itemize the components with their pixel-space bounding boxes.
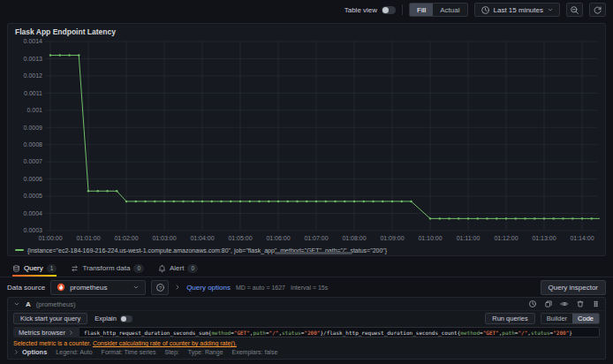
svg-text:01:12:00: 01:12:00 bbox=[494, 235, 518, 241]
datasource-label: Data source bbox=[7, 284, 45, 292]
option-summary-item: Step: bbox=[164, 349, 178, 355]
svg-text:01:05:00: 01:05:00 bbox=[228, 235, 252, 241]
kick-start-query-button[interactable]: Kick start your query bbox=[13, 313, 87, 324]
grafana-panel-editor: Table view Fill Actual Last 15 minutes bbox=[0, 0, 613, 360]
svg-text:0.0004: 0.0004 bbox=[24, 210, 43, 216]
table-view-group: Table view bbox=[344, 6, 396, 14]
tab-query-count: 1 bbox=[47, 264, 57, 273]
question-circle-icon: ? bbox=[155, 283, 165, 292]
chevron-right-icon bbox=[13, 349, 19, 355]
legend-scrollbar[interactable] bbox=[275, 252, 352, 254]
zoom-out-button[interactable] bbox=[566, 3, 583, 17]
svg-text:01:08:00: 01:08:00 bbox=[342, 235, 366, 241]
chevron-down-icon bbox=[547, 6, 554, 13]
query-toolbar: Kick start your query Explain Run querie… bbox=[8, 311, 605, 326]
svg-text:01:02:00: 01:02:00 bbox=[114, 235, 138, 241]
chevron-down-icon bbox=[132, 284, 140, 291]
query-editor: A (prometheus) Kic bbox=[7, 297, 606, 360]
svg-text:01:14:00: 01:14:00 bbox=[570, 235, 594, 241]
tab-alert[interactable]: Alert 0 bbox=[158, 260, 198, 277]
svg-text:0.0007: 0.0007 bbox=[24, 158, 43, 164]
history-icon[interactable] bbox=[528, 300, 537, 308]
svg-text:01:04:00: 01:04:00 bbox=[190, 235, 214, 241]
editor-mode-group: Builder Code bbox=[541, 313, 600, 324]
svg-text:0.0013: 0.0013 bbox=[24, 56, 43, 62]
duplicate-icon[interactable] bbox=[544, 300, 553, 308]
table-view-toggle[interactable] bbox=[382, 6, 396, 14]
svg-text:01:09:00: 01:09:00 bbox=[380, 235, 404, 241]
warning-rate-link[interactable]: Consider calculating rate of counter by … bbox=[93, 340, 237, 346]
tab-alert-count: 0 bbox=[187, 264, 198, 273]
svg-text:0.001: 0.001 bbox=[26, 107, 42, 113]
bell-icon bbox=[158, 264, 166, 273]
panel-title[interactable]: Flask App Endpoint Latency bbox=[13, 26, 600, 38]
svg-text:?: ? bbox=[159, 284, 162, 290]
query-options-link[interactable]: Query options bbox=[186, 284, 231, 292]
query-inspector-button[interactable]: Query inspector bbox=[541, 280, 606, 295]
warning-text: Selected metric is a counter. bbox=[13, 340, 91, 346]
code-mode-button[interactable]: Code bbox=[572, 314, 599, 323]
topbar-divider bbox=[402, 4, 403, 15]
tab-transform-data[interactable]: Transform data 0 bbox=[71, 260, 144, 277]
metrics-browser-button[interactable]: Metrics browser bbox=[13, 327, 79, 337]
actual-button[interactable]: Actual bbox=[433, 4, 466, 16]
builder-mode-button[interactable]: Builder bbox=[541, 314, 572, 323]
tab-query-label: Query bbox=[24, 264, 43, 272]
svg-text:0.0014: 0.0014 bbox=[24, 38, 43, 44]
latency-chart[interactable]: 0.00140.00130.00120.00110.0010.00090.000… bbox=[13, 38, 600, 245]
trash-icon[interactable] bbox=[576, 300, 585, 308]
table-view-label: Table view bbox=[344, 6, 377, 14]
option-summary-item: Format: Time series bbox=[102, 349, 156, 355]
svg-text:0.0008: 0.0008 bbox=[24, 141, 43, 148]
chevron-right-icon[interactable] bbox=[174, 284, 181, 291]
svg-text:01:10:00: 01:10:00 bbox=[418, 235, 442, 241]
svg-text:0.0003: 0.0003 bbox=[24, 227, 43, 233]
option-summary-item: Exemplars: false bbox=[232, 349, 278, 355]
tab-transform-count: 0 bbox=[133, 264, 144, 273]
search-minus-icon bbox=[570, 5, 579, 15]
interval-info: Interval = 15s bbox=[291, 284, 328, 291]
tab-query[interactable]: Query 1 bbox=[12, 260, 57, 277]
topbar: Table view Fill Actual Last 15 minutes bbox=[0, 0, 613, 19]
svg-text:01:13:00: 01:13:00 bbox=[532, 235, 556, 241]
svg-text:0.0011: 0.0011 bbox=[24, 90, 42, 96]
edit-tabs: Query 1 Transform data 0 Alert 0 bbox=[0, 260, 613, 277]
tab-transform-label: Transform data bbox=[82, 264, 130, 272]
datasource-row: Data source prometheus ? Query options M… bbox=[0, 277, 613, 297]
options-label: Options bbox=[22, 348, 47, 356]
tab-alert-label: Alert bbox=[170, 264, 184, 272]
query-expression[interactable]: flask_http_request_duration_seconds_sum{… bbox=[79, 327, 600, 337]
collapse-chevron-icon[interactable] bbox=[13, 300, 20, 307]
svg-text:01:00:00: 01:00:00 bbox=[38, 235, 62, 241]
svg-text:0.0012: 0.0012 bbox=[24, 72, 43, 79]
datasource-help-button[interactable]: ? bbox=[151, 280, 169, 295]
svg-text:0.0005: 0.0005 bbox=[24, 193, 43, 199]
query-row-actions bbox=[528, 300, 600, 308]
refresh-icon bbox=[593, 5, 602, 15]
clock-icon bbox=[481, 5, 490, 15]
explain-label: Explain bbox=[95, 315, 117, 322]
svg-text:01:03:00: 01:03:00 bbox=[152, 235, 176, 241]
view-mode-group: Fill Actual bbox=[409, 3, 467, 17]
time-range-picker[interactable]: Last 15 minutes bbox=[474, 3, 560, 17]
max-data-points-info: MD = auto = 1627 bbox=[236, 284, 285, 291]
option-summary-item: Type: Range bbox=[188, 349, 223, 355]
chevron-right-icon bbox=[68, 330, 74, 336]
fill-button[interactable]: Fill bbox=[410, 4, 433, 16]
drag-handle-icon[interactable] bbox=[592, 300, 600, 308]
explain-toggle[interactable] bbox=[120, 315, 132, 322]
run-queries-button[interactable]: Run queries bbox=[485, 313, 534, 324]
svg-text:0.0009: 0.0009 bbox=[24, 125, 43, 131]
datasource-value: prometheus bbox=[70, 284, 128, 292]
svg-text:01:01:00: 01:01:00 bbox=[76, 235, 100, 241]
series-color-swatch bbox=[15, 249, 24, 251]
eye-icon[interactable] bbox=[560, 300, 569, 308]
refresh-button[interactable] bbox=[589, 3, 606, 17]
query-options-row[interactable]: Options Legend: AutoFormat: Time seriesS… bbox=[8, 347, 605, 359]
metrics-browser-label: Metrics browser bbox=[19, 329, 65, 337]
explain-group: Explain bbox=[95, 315, 132, 322]
counter-warning: Selected metric is a counter. Consider c… bbox=[8, 338, 605, 347]
query-row-header[interactable]: A (prometheus) bbox=[8, 298, 605, 311]
svg-text:01:11:00: 01:11:00 bbox=[457, 235, 481, 241]
datasource-picker[interactable]: prometheus bbox=[50, 280, 146, 295]
